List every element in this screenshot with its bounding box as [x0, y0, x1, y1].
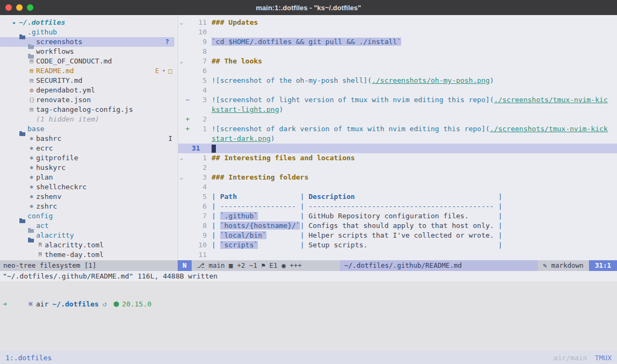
editor-line[interactable]: +2: [178, 115, 617, 124]
tree-item-code-of-conduct-md[interactable]: ▤CODE_OF_CONDUCT.md: [0, 56, 178, 66]
editor-line[interactable]: ~3![screenshot of light version of tmux …: [178, 95, 617, 105]
editor-line[interactable]: 31: [178, 144, 617, 153]
tmux-window-tab[interactable]: 1:.dotfiles: [5, 354, 52, 362]
fold-marker-icon[interactable]: ⌄: [178, 173, 185, 182]
editor-line[interactable]: +1![screenshot of dark version of tmux w…: [178, 124, 617, 134]
line-number: 5: [191, 76, 207, 85]
line-text: [207, 182, 212, 192]
editor-line[interactable]: 10| `scripts` | Setup scripts. |: [178, 240, 617, 250]
fold-marker-icon: [178, 47, 185, 56]
tree-item-label: bashrc: [36, 134, 61, 144]
editor-line[interactable]: start-dark.png): [178, 134, 617, 144]
line-number: 1: [191, 153, 207, 163]
gear-icon: ⚙: [27, 85, 36, 95]
tree-item-screenshots[interactable]: screenshots?: [0, 37, 174, 47]
editor-line[interactable]: 2: [178, 163, 617, 173]
tree-item-dotfiles[interactable]: ▸~/.dotfiles: [0, 18, 178, 27]
tree-item-label: gitprofile: [36, 153, 78, 163]
editor-line[interactable]: 11: [178, 250, 617, 260]
tree-item-zshrc[interactable]: ✱zshrc: [0, 202, 178, 211]
tree-item-label: screenshots: [36, 37, 82, 47]
editor-line[interactable]: ⌄1## Interesting files and locations: [178, 153, 617, 163]
tree-item-github[interactable]: .github: [0, 27, 178, 37]
asterisk-icon: ✱: [27, 182, 36, 192]
editor-line[interactable]: 5![screenshot of the oh-my-posh shell](.…: [178, 76, 617, 85]
editor-line[interactable]: 6: [178, 66, 617, 76]
editor-line[interactable]: 4: [178, 85, 617, 95]
tree-item-label: alacritty.toml: [45, 240, 104, 250]
apple-icon: ⌘: [29, 300, 33, 308]
tree-item-security-md[interactable]: ▤SECURITY.md: [0, 76, 178, 85]
editor-line[interactable]: 5| Path | Description |: [178, 192, 617, 202]
minimize-button[interactable]: [16, 4, 23, 11]
node-version: 20.15.0: [122, 300, 152, 308]
line-number: 1: [191, 124, 207, 134]
editor-line[interactable]: 9| `local/bin` | Helper scripts that I'v…: [178, 231, 617, 240]
tree-item-base[interactable]: base: [0, 124, 178, 134]
nvim-panes: ▸~/.dotfiles.githubscreenshots?workflows…: [0, 15, 617, 260]
tree-item-gitprofile[interactable]: ✱gitprofile: [0, 153, 178, 163]
tree-item-ecrc[interactable]: ✱ecrc: [0, 144, 178, 153]
file-icon: ▤: [27, 76, 36, 85]
editor-line[interactable]: 8: [178, 47, 617, 56]
editor-line[interactable]: ⌄3### Interesting folders: [178, 173, 617, 182]
tree-item-act[interactable]: act: [0, 221, 178, 231]
editor-line[interactable]: 8| `hosts/{hostname}/`| Configs that sho…: [178, 221, 617, 231]
tree-item-theme-day-toml[interactable]: Mtheme-day.toml: [0, 250, 178, 260]
tmux-statusbar: 1:.dotfiles air/mainTMUX: [0, 351, 617, 364]
tree-item-tag-changelog-config-js[interactable]: ▤tag-changelog-config.js: [0, 105, 178, 115]
zoom-button[interactable]: [27, 4, 33, 11]
editor-line[interactable]: 6| ------------------ | ----------------…: [178, 202, 617, 211]
line-text: | `hosts/{hostname}/`| Configs that shou…: [207, 221, 502, 231]
tree-item-1-hidden-item[interactable]: (1 hidden item): [0, 115, 178, 124]
cursor-block: [212, 145, 216, 153]
editor-line[interactable]: kstart-light.png): [178, 105, 617, 115]
line-number: 11: [191, 18, 207, 27]
asterisk-icon: ✱: [27, 202, 36, 211]
editor-line[interactable]: 7| `.github` | GitHub Repository configu…: [178, 211, 617, 221]
tree-item-bashrc[interactable]: ✱bashrcI: [0, 134, 178, 144]
tree-item-alacritty[interactable]: alacritty: [0, 231, 178, 240]
close-button[interactable]: [5, 4, 12, 11]
editor-line[interactable]: 9`cd $HOME/.dotfiles && git pull && ./in…: [178, 37, 617, 47]
tree-item-renovate-json[interactable]: {}renovate.json: [0, 95, 178, 105]
line-text: [207, 250, 212, 260]
git-sign: [185, 182, 191, 192]
tree-item-label: (1 hidden item): [36, 115, 99, 124]
modified-badge: □: [169, 66, 172, 76]
neo-tree-panel[interactable]: ▸~/.dotfiles.githubscreenshots?workflows…: [0, 15, 178, 260]
fold-marker-icon[interactable]: ⌄: [178, 18, 185, 27]
message-line: "~/.dotfiles/.github/README.md" 116L, 44…: [0, 271, 617, 281]
shell-pane[interactable]: ⌘air~/.dotfiles↺⬢20.15.0 ➜: [0, 281, 617, 351]
line-number: 3: [191, 95, 207, 105]
tree-item-config[interactable]: config: [0, 211, 178, 221]
tree-item-readme-md[interactable]: ▤README.mdE•□: [0, 66, 178, 76]
tree-item-label: alacritty: [36, 231, 74, 240]
statusline: neo-tree filesystem [1] N ⎇ main ▦ +2 ~1…: [0, 260, 617, 271]
git-sign: +: [185, 115, 191, 124]
editor-panel[interactable]: ⌄11### Updates109`cd $HOME/.dotfiles && …: [178, 15, 617, 260]
tree-item-alacritty-toml[interactable]: Malacritty.toml: [0, 240, 178, 250]
editor-line[interactable]: ⌄7## The looks: [178, 56, 617, 66]
fold-marker-icon[interactable]: ⌄: [178, 153, 185, 163]
fold-marker-icon[interactable]: ⌄: [178, 56, 185, 66]
line-number: 11: [191, 250, 207, 260]
filetype-label: markdown: [551, 261, 584, 269]
fold-marker-icon: [178, 192, 185, 202]
tree-item-zshenv[interactable]: ✱zshenv: [0, 192, 178, 202]
tree-item-huskyrc[interactable]: ✱huskyrc: [0, 163, 178, 173]
fold-marker-icon: [178, 221, 185, 231]
tree-item-label: base: [27, 124, 44, 134]
editor-line[interactable]: 4: [178, 182, 617, 192]
terminal-window: main:1:.dotfiles - "ks~/.dotfiles" ▸~/.d…: [0, 0, 617, 364]
git-sign: ~: [185, 95, 191, 105]
tree-item-label: theme-day.toml: [45, 250, 104, 260]
tree-item-shellcheckrc[interactable]: ✱shellcheckrc: [0, 182, 178, 192]
tree-item-plan[interactable]: ✱plan: [0, 173, 178, 182]
tree-item-workflows[interactable]: workflows: [0, 47, 178, 56]
tree-item-dependabot-yml[interactable]: ⚙dependabot.yml: [0, 85, 178, 95]
editor-line[interactable]: 10: [178, 27, 617, 37]
editor-line[interactable]: ⌄11### Updates: [178, 18, 617, 27]
fold-marker-icon: [178, 37, 185, 47]
marker-badge: I: [169, 134, 172, 144]
